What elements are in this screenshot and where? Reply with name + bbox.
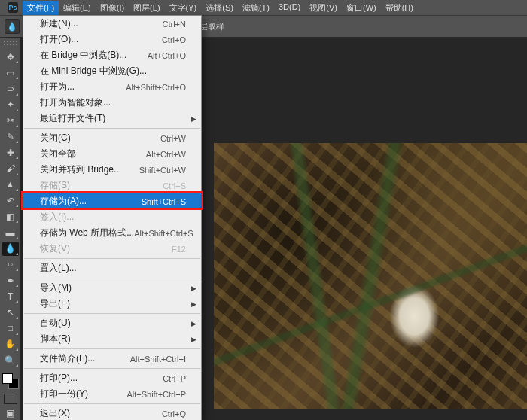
pen-tool[interactable]: ✒ xyxy=(2,273,19,288)
menu-item-shortcut: Shift+Ctrl+W xyxy=(139,166,186,175)
menu-选择[interactable]: 选择(S) xyxy=(201,1,238,15)
menu-图层[interactable]: 图层(L) xyxy=(129,1,164,15)
menu-item-导入M[interactable]: 导入(M)▶ xyxy=(23,280,201,296)
menu-item-退出X[interactable]: 退出(X)Ctrl+Q xyxy=(23,406,201,420)
menu-item-打印P[interactable]: 打印(P)...Ctrl+P xyxy=(23,370,201,386)
menu-item-文件简介F[interactable]: 文件简介(F)...Alt+Shift+Ctrl+I xyxy=(23,351,201,367)
menu-item-打开为[interactable]: 打开为...Alt+Shift+Ctrl+O xyxy=(23,79,201,95)
menu-item-shortcut: F12 xyxy=(172,245,186,254)
menu-item-最近打开文件T[interactable]: 最近打开文件(T)▶ xyxy=(23,111,201,126)
menu-item-shortcut: Ctrl+N xyxy=(163,20,186,29)
menu-item-label: 签入(I)... xyxy=(40,211,186,224)
menu-item-shortcut: Ctrl+P xyxy=(163,374,186,383)
menu-item-置入L[interactable]: 置入(L)... xyxy=(23,260,201,276)
crop-tool[interactable]: ✂ xyxy=(2,114,19,128)
toolbox-grip[interactable] xyxy=(4,41,17,45)
clone-stamp-tool[interactable]: ▲ xyxy=(2,178,19,192)
menu-item-存储为-Web-所用格式[interactable]: 存储为 Web 所用格式...Alt+Shift+Ctrl+S xyxy=(23,225,201,241)
menu-item-label: 存储为 Web 所用格式... xyxy=(40,227,134,239)
color-swatches[interactable] xyxy=(2,373,19,389)
menu-item-shortcut: Alt+Ctrl+W xyxy=(146,150,186,159)
menu-item-label: 存储(S) xyxy=(40,179,163,192)
menu-item-关闭全部[interactable]: 关闭全部Alt+Ctrl+W xyxy=(23,146,201,162)
menu-item-label: 打开(O)... xyxy=(40,33,162,46)
menu-item-存储S: 存储(S)Ctrl+S xyxy=(23,178,201,193)
lasso-tool[interactable]: ⊃ xyxy=(2,81,19,96)
menu-item-导出E[interactable]: 导出(E)▶ xyxy=(23,296,201,312)
menu-3d[interactable]: 3D(D) xyxy=(274,1,305,15)
gradient-tool[interactable]: ▬ xyxy=(2,225,19,239)
menu-item-shortcut: Shift+Ctrl+S xyxy=(142,197,186,206)
menu-item-打印一份Y[interactable]: 打印一份(Y)Alt+Shift+Ctrl+P xyxy=(23,386,201,402)
menu-item-关闭并转到-Bridge[interactable]: 关闭并转到 Bridge...Shift+Ctrl+W xyxy=(23,162,201,178)
menu-item-新建N[interactable]: 新建(N)...Ctrl+N xyxy=(23,16,201,32)
menu-item-label: 置入(L)... xyxy=(40,262,186,275)
canvas-image[interactable] xyxy=(214,143,527,409)
menu-图像[interactable]: 图像(I) xyxy=(96,1,129,15)
menu-item-shortcut: Alt+Shift+Ctrl+I xyxy=(130,355,186,364)
menu-item-关闭C[interactable]: 关闭(C)Ctrl+W xyxy=(23,130,201,146)
type-tool[interactable]: T xyxy=(2,289,19,303)
healing-brush-tool[interactable]: ✚ xyxy=(2,145,19,160)
menu-item-label: 在 Mini Bridge 中浏览(G)... xyxy=(40,65,186,78)
submenu-arrow-icon: ▶ xyxy=(191,285,196,292)
menu-item-label: 最近打开文件(T) xyxy=(40,112,186,125)
menu-帮助[interactable]: 帮助(H) xyxy=(381,1,418,15)
zoom-tool[interactable]: 🔍 xyxy=(2,353,19,367)
menu-item-shortcut: Ctrl+S xyxy=(163,181,186,190)
move-tool[interactable]: ✥ xyxy=(2,50,19,64)
menu-item-label: 存储为(A)... xyxy=(40,195,142,208)
menu-item-label: 新建(N)... xyxy=(40,17,163,30)
dodge-tool[interactable]: ○ xyxy=(2,257,19,272)
marquee-tool[interactable]: ▭ xyxy=(2,65,19,80)
menubar: Ps 文件(F)编辑(E)图像(I)图层(L)文字(Y)选择(S)滤镜(T)3D… xyxy=(0,0,527,15)
eraser-tool[interactable]: ◧ xyxy=(2,209,19,224)
rectangle-tool[interactable]: □ xyxy=(2,321,19,336)
blur-tool[interactable]: 💧 xyxy=(2,242,19,256)
menu-item-label: 打开为... xyxy=(40,81,126,93)
menu-item-label: 文件简介(F)... xyxy=(40,352,130,365)
menu-视图[interactable]: 视图(V) xyxy=(305,1,342,15)
current-tool-icon[interactable]: 💧 xyxy=(5,19,20,34)
menu-文件[interactable]: 文件(F) xyxy=(23,1,59,15)
menu-item-label: 打开为智能对象... xyxy=(40,96,186,109)
menu-item-label: 自动(U) xyxy=(40,317,186,330)
magic-wand-tool[interactable]: ✦ xyxy=(2,98,19,112)
app-logo: Ps xyxy=(8,2,18,13)
quick-mask-toggle[interactable] xyxy=(4,394,17,403)
menu-item-签入I: 签入(I)... xyxy=(23,209,201,225)
submenu-arrow-icon: ▶ xyxy=(191,300,196,308)
menu-item-shortcut: Ctrl+W xyxy=(160,134,186,143)
menu-item-label: 打印一份(Y) xyxy=(40,388,126,400)
menu-item-shortcut: Alt+Ctrl+O xyxy=(148,51,186,60)
menu-item-shortcut: Ctrl+Q xyxy=(162,409,186,418)
menu-item-存储为A[interactable]: 存储为(A)...Shift+Ctrl+S xyxy=(23,193,201,209)
menu-item-label: 关闭全部 xyxy=(40,148,146,160)
menu-item-label: 脚本(R) xyxy=(40,333,186,345)
menu-item-在-Mini-Bridge-中浏览G[interactable]: 在 Mini Bridge 中浏览(G)... xyxy=(23,63,201,79)
menu-item-脚本R[interactable]: 脚本(R)▶ xyxy=(23,331,201,347)
menu-item-label: 打印(P)... xyxy=(40,372,163,385)
history-brush-tool[interactable]: ↶ xyxy=(2,193,19,208)
menu-item-自动U[interactable]: 自动(U)▶ xyxy=(23,315,201,331)
menu-文字[interactable]: 文字(Y) xyxy=(165,1,202,15)
menu-item-label: 恢复(V) xyxy=(40,242,172,255)
submenu-arrow-icon: ▶ xyxy=(191,336,196,343)
menu-item-label: 关闭并转到 Bridge... xyxy=(40,163,139,176)
submenu-arrow-icon: ▶ xyxy=(191,320,196,327)
file-menu-dropdown: 新建(N)...Ctrl+N打开(O)...Ctrl+O在 Bridge 中浏览… xyxy=(23,15,202,420)
menu-item-在-Bridge-中浏览B[interactable]: 在 Bridge 中浏览(B)...Alt+Ctrl+O xyxy=(23,47,201,63)
menu-滤镜[interactable]: 滤镜(T) xyxy=(238,1,274,15)
screen-mode-button[interactable]: ▣ xyxy=(2,406,19,420)
brush-tool[interactable]: 🖌 xyxy=(2,161,19,175)
eyedropper-tool[interactable]: ✎ xyxy=(2,129,19,144)
menu-item-打开O[interactable]: 打开(O)...Ctrl+O xyxy=(23,32,201,47)
path-selection-tool[interactable]: ↖ xyxy=(2,305,19,319)
hand-tool[interactable]: ✋ xyxy=(2,337,19,352)
menu-编辑[interactable]: 编辑(E) xyxy=(59,1,96,15)
toolbox: ✥▭⊃✦✂✎✚🖌▲↶◧▬💧○✒T↖□✋🔍▣ xyxy=(0,38,21,420)
menu-item-打开为智能对象[interactable]: 打开为智能对象... xyxy=(23,95,201,111)
menu-item-恢复V: 恢复(V)F12 xyxy=(23,241,201,257)
menu-窗口[interactable]: 窗口(W) xyxy=(342,1,381,15)
menu-item-shortcut: Alt+Shift+Ctrl+S xyxy=(134,229,193,238)
